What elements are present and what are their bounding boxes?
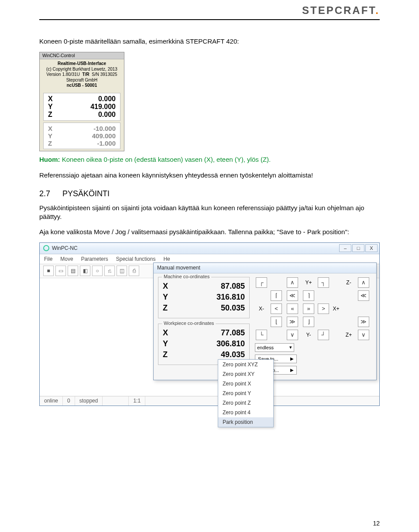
wc-row: Y306.810 [163, 338, 245, 349]
jog-ne-icon[interactable]: ┐ [318, 277, 329, 288]
section-number: 2.7 [39, 189, 50, 198]
workpiece-coords-legend: Workpiece co-ordinates [162, 321, 216, 326]
jog-y-plus-icon[interactable]: ∧ [287, 277, 298, 288]
arrow-right-icon: ▶ [290, 368, 294, 372]
brand-logo-text: STEPCRAFT [302, 4, 375, 16]
muted-coords: X-10.000 Y409.000 Z-1.000 [43, 123, 120, 149]
status-spacer [103, 396, 129, 406]
menu-special-functions[interactable]: Special functions [116, 256, 156, 262]
section-title: PYSÄKÖINTI [62, 189, 110, 198]
jog-sw-fast-icon[interactable]: ⌊ [271, 317, 282, 327]
step-dropdown[interactable]: endless▾ [255, 343, 294, 352]
muted-coord-row: Z-1.000 [46, 140, 117, 147]
workpiece-coords-group: Workpiece co-ordinates X77.085 Y306.810 … [158, 324, 250, 365]
jog-z-minus-fast-icon[interactable]: ≪ [358, 290, 369, 301]
ref-text: Referenssiajo ajetaan aina koneen käynni… [39, 171, 380, 180]
menu-item-zero-y[interactable]: Zero point Y [218, 389, 273, 398]
wc-row: Z49.035 [163, 349, 245, 360]
wincnc-meta: Realtime-USB-Interface (c) Copyright Bur… [40, 59, 124, 91]
app-icon [43, 245, 49, 251]
wincnc-meta-line5: ncUSB - 50001 [67, 83, 97, 88]
machine-coords-group: Machine co-ordinates X87.085 Y316.810 Z5… [158, 277, 250, 318]
menu-file[interactable]: File [44, 256, 52, 262]
active-coord-row: Y419.000 [46, 103, 117, 111]
jog-z-plus-fast-icon[interactable]: ≫ [358, 317, 369, 327]
wc-row: X77.085 [163, 327, 245, 338]
mm-title[interactable]: Manual movement [154, 263, 376, 273]
brand-logo: STEPCRAFT. [302, 4, 380, 17]
menu-item-park-position[interactable]: Park position [218, 417, 273, 427]
menu-move[interactable]: Move [60, 256, 73, 262]
jog-sw-icon[interactable]: └ [256, 330, 267, 340]
menu-item-zero-z[interactable]: Zero point Z [218, 398, 273, 408]
wincnc-window: WinCNC-Control Realtime-USB-Interface (c… [39, 52, 124, 151]
jog-ne-fast-icon[interactable]: ⌉ [303, 290, 314, 301]
window-close-button[interactable]: X [365, 244, 378, 252]
jog-z-minus-icon[interactable]: ∧ [358, 277, 369, 288]
muted-coord-row: X-10.000 [46, 125, 117, 132]
menu-item-zero-xyz[interactable]: Zero point XYZ [218, 360, 273, 369]
window-minimize-button[interactable]: – [339, 244, 351, 252]
jog-grid: ┌∧Y+┐Z-∧ ⌈≪⌉≪ X-<«»>X+ ⌊≫⌋≫ └∨Y-┘Z+∨ [255, 277, 372, 341]
menu-item-zero-xy[interactable]: Zero point XY [218, 369, 273, 379]
jog-x-plus-fast-icon[interactable]: » [303, 304, 314, 314]
jog-y-plus-fast-icon[interactable]: ≪ [287, 290, 298, 301]
jog-nw-fast-icon[interactable]: ⌈ [271, 290, 282, 301]
menu-item-zero-x[interactable]: Zero point X [218, 379, 273, 389]
jog-y-minus-fast-icon[interactable]: ≫ [287, 317, 298, 327]
wincnc-meta-tr: T/R [82, 72, 89, 77]
tb-btn-4[interactable]: ◧ [80, 266, 90, 276]
label-x-minus: X- [259, 306, 264, 312]
jog-x-minus-fast-icon[interactable]: « [287, 304, 298, 314]
tb-btn-1[interactable]: ■ [43, 266, 54, 276]
winpc-canvas: Manual movement Machine co-ordinates X87… [40, 278, 379, 396]
window-maximize-button[interactable]: □ [352, 244, 364, 252]
active-coord-row: X0.000 [46, 95, 117, 103]
jog-se-icon[interactable]: ┘ [318, 330, 329, 340]
status-num: 0 [63, 396, 75, 406]
tb-btn-8[interactable]: ⎙ [129, 266, 139, 276]
tb-btn-6[interactable]: ⎌ [104, 266, 115, 276]
winpc-statusbar: online 0 stopped 1:1 [40, 396, 379, 406]
mc-row: X87.085 [163, 281, 245, 292]
mc-row: Y316.810 [163, 292, 245, 303]
active-coord-row: Z0.000 [46, 111, 117, 119]
intro-text: Koneen 0-piste määritellään samalla, esi… [39, 37, 380, 46]
tb-btn-3[interactable]: ▤ [68, 266, 78, 276]
menu-parameters[interactable]: Parameters [81, 256, 108, 262]
menu-item-zero-4[interactable]: Zero point 4 [218, 408, 273, 417]
header-rule [39, 19, 380, 20]
label-y-minus: Y- [306, 332, 311, 338]
mc-row: Z50.035 [163, 303, 245, 314]
jog-z-plus-icon[interactable]: ∨ [358, 330, 369, 340]
jog-y-minus-icon[interactable]: ∨ [287, 330, 298, 340]
label-x-plus: X+ [333, 306, 339, 312]
green-note-label: Huom: [39, 156, 60, 163]
label-z-plus: Z+ [346, 332, 352, 338]
wincnc-meta-line1: Realtime-USB-Interface [58, 61, 106, 66]
green-note: Huom: Koneen oikea 0-piste on (edestä ka… [39, 156, 380, 163]
winpc-titlebar[interactable]: WinPC-NC – □ X [40, 243, 379, 254]
brand-logo-dot: . [375, 4, 380, 16]
page-number: 12 [373, 520, 380, 527]
status-online: online [40, 396, 63, 406]
muted-coord-row: Y409.000 [46, 132, 117, 140]
menu-help-truncated[interactable]: He [163, 256, 170, 262]
jog-x-minus-icon[interactable]: < [271, 304, 282, 314]
arrow-right-icon: ▶ [290, 356, 294, 361]
tb-btn-5[interactable]: ○ [92, 266, 103, 276]
section-heading: 2.7 PYSÄKÖINTI [39, 189, 380, 198]
status-zoom: 1:1 [129, 396, 145, 406]
tb-btn-2[interactable]: ▭ [55, 266, 66, 276]
step-dropdown-value: endless [257, 345, 274, 350]
section-p2: Aja kone valikosta Move / Jog / valitsem… [39, 228, 380, 236]
tb-btn-7[interactable]: ◫ [117, 266, 127, 276]
jog-x-plus-icon[interactable]: > [318, 304, 329, 314]
saveto-submenu: Zero point XYZ Zero point XY Zero point … [218, 359, 274, 427]
jog-nw-icon[interactable]: ┌ [256, 277, 267, 288]
label-y-plus: Y+ [305, 280, 312, 286]
wincnc-meta-line4: Stepcraft GmbH [66, 78, 98, 82]
wincnc-meta-ver: Version 1.80/31U [46, 72, 80, 77]
active-coords: X0.000 Y419.000 Z0.000 [43, 93, 120, 121]
jog-se-fast-icon[interactable]: ⌋ [303, 317, 314, 327]
